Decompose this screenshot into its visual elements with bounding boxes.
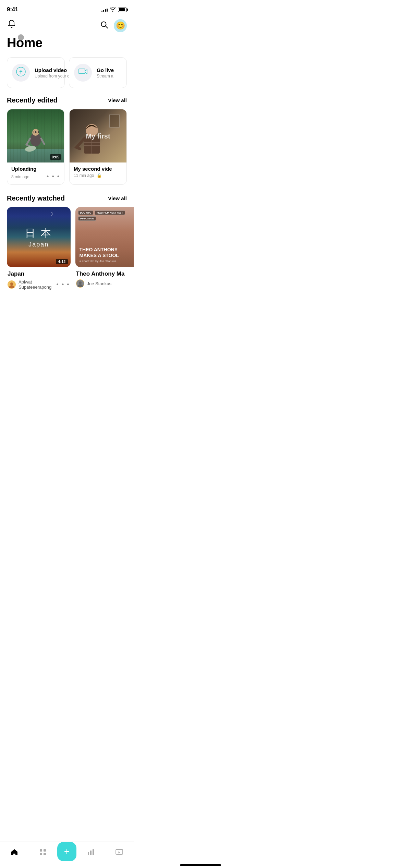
signal-bars-icon bbox=[101, 8, 108, 12]
japan-more-dots[interactable]: • • • bbox=[57, 281, 70, 288]
live-subtitle: Stream a bbox=[97, 74, 114, 79]
go-live-card[interactable]: Go live Stream a bbox=[69, 57, 127, 88]
notification-dot bbox=[18, 34, 24, 40]
theo-card-info: Theo Anthony Ma Joe Stankus bbox=[75, 270, 134, 288]
japan-card-info: Japan Apiwat Supateeerapong • • • bbox=[7, 270, 71, 290]
moon-icon: ☽ bbox=[49, 211, 53, 217]
page-title-section: Home bbox=[0, 34, 134, 57]
avatar[interactable]: 😊 bbox=[114, 19, 127, 32]
svg-point-18 bbox=[79, 281, 82, 284]
theo-author: Joe Stankus bbox=[76, 279, 134, 288]
upload-icon-wrap bbox=[12, 64, 30, 82]
theo-subtitle-text: a short film by Joe Stankus bbox=[80, 260, 117, 263]
status-icons bbox=[101, 7, 127, 13]
live-icon-wrap bbox=[74, 64, 92, 82]
watched-card-theo[interactable]: DOC NYC NEW/ FILM NEXT FEST IFFBOSTON TH… bbox=[75, 207, 134, 290]
live-title: Go live bbox=[97, 67, 114, 73]
theo-badges: DOC NYC NEW/ FILM NEXT FEST IFFBOSTON bbox=[78, 210, 134, 221]
theo-title-text: THEO ANTHONYMAKES A STOOL bbox=[80, 247, 119, 258]
theo-thumb: DOC NYC NEW/ FILM NEXT FEST IFFBOSTON TH… bbox=[75, 207, 134, 267]
japan-kanji: 日 本 bbox=[25, 226, 52, 240]
lock-icon: 🔒 bbox=[97, 173, 102, 178]
theo-author-name: Joe Stankus bbox=[87, 281, 134, 286]
mysecond-bg: My first bbox=[70, 109, 126, 162]
japan-duration: 4:12 bbox=[56, 259, 68, 264]
video-card-meta-mysecond: 11 min ago 🔒 bbox=[74, 173, 122, 178]
person-sitting bbox=[73, 120, 104, 162]
video-time-mysecond: 11 min ago 🔒 bbox=[74, 173, 102, 178]
japan-romaji: Japan bbox=[25, 241, 52, 248]
video-card-mysecond[interactable]: My first My second vide 11 min ago 🔒 bbox=[69, 109, 127, 185]
video-card-title-uploading: Uploading bbox=[11, 166, 60, 172]
recently-edited-scroll: 0:05 Uploading 8 min ago • • • bbox=[0, 109, 134, 194]
japan-author: Apiwat Supateeerapong • • • bbox=[8, 279, 70, 290]
recently-edited-header: Recently edited View all bbox=[0, 96, 134, 109]
search-icon[interactable] bbox=[100, 21, 108, 31]
video-duration-uploading: 0:05 bbox=[50, 154, 61, 160]
upload-video-card[interactable]: Upload video Upload from your device bbox=[7, 57, 65, 88]
video-card-meta-uploading: 8 min ago • • • bbox=[11, 173, 60, 180]
more-dots-uploading[interactable]: • • • bbox=[47, 173, 60, 180]
signal-bar-1 bbox=[101, 11, 102, 12]
myfirst-overlay-text: My first bbox=[72, 132, 123, 140]
theo-bg: DOC NYC NEW/ FILM NEXT FEST IFFBOSTON TH… bbox=[75, 207, 134, 267]
person-silhouette bbox=[24, 128, 48, 156]
wifi-icon bbox=[110, 7, 116, 13]
page-title: Home bbox=[7, 36, 127, 50]
header: 😊 bbox=[0, 16, 134, 34]
video-card-uploading[interactable]: 0:05 Uploading 8 min ago • • • bbox=[7, 109, 64, 185]
recently-watched-header: Recently watched View all bbox=[0, 194, 134, 207]
theo-title: Theo Anthony Ma bbox=[76, 270, 134, 277]
action-cards: Upload video Upload from your device Go … bbox=[0, 57, 134, 96]
signal-bar-3 bbox=[105, 9, 106, 12]
japan-thumb: ☽ 日 本 Japan 4:12 bbox=[7, 207, 71, 267]
japan-title: Japan bbox=[8, 270, 70, 277]
signal-bar-4 bbox=[107, 9, 108, 12]
svg-point-16 bbox=[10, 282, 13, 285]
video-thumb-uploading: 0:05 bbox=[7, 109, 64, 162]
live-icon bbox=[78, 68, 87, 77]
japan-text: 日 本 Japan bbox=[25, 226, 52, 248]
theo-badge-2: NEW/ FILM NEXT FEST bbox=[95, 210, 125, 215]
svg-rect-3 bbox=[79, 69, 85, 74]
svg-line-1 bbox=[106, 26, 108, 28]
status-bar: 9:41 bbox=[0, 0, 134, 16]
video-time-uploading: 8 min ago bbox=[11, 174, 29, 179]
recently-watched-scroll: ☽ 日 本 Japan 4:12 Japan Apiwat Supateeer bbox=[0, 207, 134, 324]
bell-icon[interactable] bbox=[7, 19, 16, 29]
video-card-title-mysecond: My second vide bbox=[74, 166, 122, 172]
upload-icon bbox=[16, 67, 26, 79]
theo-badge-1: DOC NYC bbox=[78, 210, 93, 215]
signal-bar-2 bbox=[103, 10, 104, 12]
theo-author-avatar bbox=[76, 279, 84, 288]
recently-edited-view-all[interactable]: View all bbox=[108, 97, 127, 103]
header-right: 😊 bbox=[100, 19, 127, 32]
recently-watched-title: Recently watched bbox=[7, 194, 65, 202]
japan-author-name: Apiwat Supateeerapong bbox=[19, 279, 54, 290]
frame-decor bbox=[109, 114, 120, 128]
video-thumb-mysecond: My first bbox=[70, 109, 126, 162]
video-card-info-mysecond: My second vide 11 min ago 🔒 bbox=[70, 162, 126, 182]
battery-fill bbox=[119, 8, 125, 11]
japan-bg: ☽ 日 本 Japan bbox=[7, 207, 71, 267]
japan-author-avatar bbox=[8, 280, 16, 289]
theo-badge-3: IFFBOSTON bbox=[78, 216, 96, 221]
recently-watched-view-all[interactable]: View all bbox=[108, 195, 127, 201]
status-time: 9:41 bbox=[7, 6, 18, 13]
video-card-info-uploading: Uploading 8 min ago • • • bbox=[7, 162, 64, 184]
watched-card-japan[interactable]: ☽ 日 本 Japan 4:12 Japan Apiwat Supateeer bbox=[7, 207, 71, 290]
live-text: Go live Stream a bbox=[97, 67, 114, 79]
battery-icon bbox=[118, 8, 127, 12]
recently-edited-title: Recently edited bbox=[7, 96, 58, 104]
